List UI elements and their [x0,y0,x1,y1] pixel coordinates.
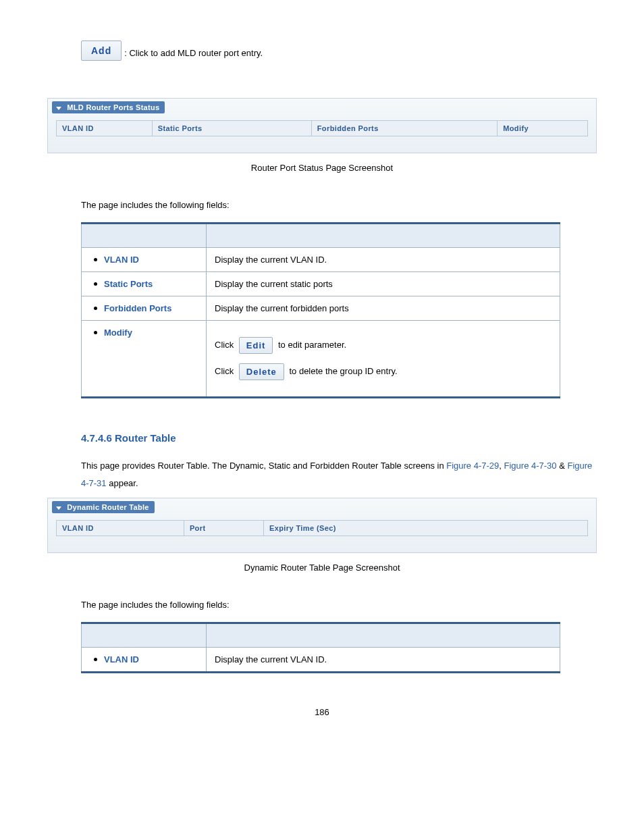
fields-header-object [82,623,207,648]
router-ports-status-table: VLAN ID Static Ports Forbidden Ports Mod… [56,120,588,136]
object-label: Forbidden Ports [104,303,171,313]
fields-header-object [82,224,207,248]
intro-post: appear. [107,478,138,488]
description-cell: Display the current forbidden ports [207,296,560,321]
dynamic-router-table: VLAN ID Port Expiry Time (Sec) [56,520,588,536]
chevron-down-icon [56,506,61,510]
delete-tail: to delete the group ID entry. [289,366,397,376]
table-row: Static Ports Display the current static … [82,272,560,296]
click-word: Click [215,366,234,376]
edit-button-label: Edit [246,340,266,350]
table-row: Forbidden Ports Display the current forb… [82,296,560,321]
description-cell: Display the current static ports [207,272,560,296]
description-cell: Display the current VLAN ID. [207,648,560,673]
intro-sep: & [557,461,568,471]
fields-header-description [207,623,560,648]
bullet-icon [94,282,97,286]
edit-tail: to edit parameter. [278,340,346,350]
click-word: Click [215,340,234,350]
col-static-ports: Static Ports [152,121,311,136]
bullet-icon [94,258,97,261]
figure-link[interactable]: Figure 4-7-30 [504,461,557,471]
description-cell: Display the current VLAN ID. [207,248,560,272]
table-row: Modify Click Edit to edit parameter. Cli… [82,321,560,398]
col-forbidden-ports: Forbidden Ports [311,121,497,136]
delete-button-label: Delete [246,367,277,377]
router-table-intro: This page provides Router Table. The Dyn… [81,457,597,492]
section-heading: 4.7.4.6 Router Table [81,432,597,444]
col-vlan-id: VLAN ID [57,521,184,536]
col-port: Port [184,521,263,536]
add-button[interactable]: Add [81,41,122,61]
bullet-icon [94,331,97,334]
chevron-down-icon [56,107,61,110]
panel-title: Dynamic Router Table [67,503,149,511]
object-label: VLAN ID [104,654,139,664]
object-label: Static Ports [104,279,153,289]
panel-title: MLD Router Ports Status [67,103,159,111]
figure-link[interactable]: Figure 4-7-29 [446,461,499,471]
mld-router-ports-status-panel: MLD Router Ports Status VLAN ID Static P… [47,98,597,153]
add-entry-line: Add : Click to add MLD router port entry… [81,41,597,61]
table-row: VLAN ID Display the current VLAN ID. [82,648,560,673]
col-vlan-id: VLAN ID [57,121,153,136]
figure-caption: Dynamic Router Table Page Screenshot [47,563,597,573]
col-modify: Modify [498,121,588,136]
intro-sep: , [499,461,504,471]
delete-button[interactable]: Delete [239,363,284,380]
panel-header[interactable]: Dynamic Router Table [52,501,155,513]
edit-button[interactable]: Edit [239,337,273,354]
figure-caption: Router Port Status Page Screenshot [47,163,597,173]
dynamic-router-table-panel: Dynamic Router Table VLAN ID Port Expiry… [47,498,597,553]
object-label: VLAN ID [104,255,139,265]
bullet-icon [94,658,97,661]
fields-description-table: VLAN ID Display the current VLAN ID. [81,622,560,673]
description-cell: Click Edit to edit parameter. Click Dele… [207,321,560,398]
intro-pre: This page provides Router Table. The Dyn… [81,461,446,471]
col-expiry-time: Expiry Time (Sec) [263,521,587,536]
fields-description-table: VLAN ID Display the current VLAN ID. Sta… [81,222,560,398]
add-button-description: : Click to add MLD router port entry. [124,48,263,61]
add-button-label: Add [91,45,111,56]
fields-intro-text: The page includes the following fields: [81,600,597,610]
fields-intro-text: The page includes the following fields: [81,200,597,210]
object-label: Modify [104,328,132,338]
bullet-icon [94,307,97,310]
fields-header-description [207,224,560,248]
panel-header[interactable]: MLD Router Ports Status [52,101,165,113]
page-number: 186 [47,707,597,717]
table-row: VLAN ID Display the current VLAN ID. [82,248,560,272]
